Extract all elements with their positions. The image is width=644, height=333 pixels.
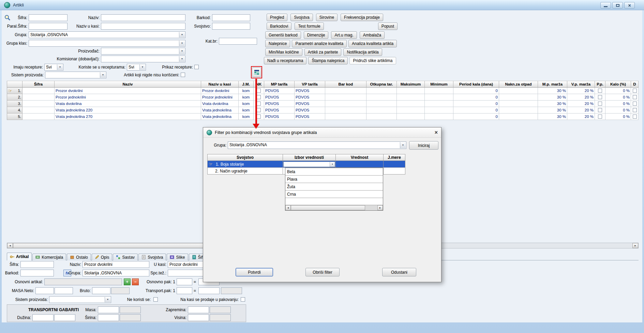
svojstva-button[interactable]: Svojstva xyxy=(290,14,313,21)
barkodovi-button[interactable]: Barkodovi xyxy=(267,22,291,30)
cell-naziv-u-kasi[interactable]: Vrata dvokrilna xyxy=(201,101,239,107)
cell-empty[interactable] xyxy=(425,88,453,94)
dropdown-option[interactable]: Crna xyxy=(285,191,383,198)
cell-sifra[interactable] xyxy=(23,107,55,113)
header-nakn-za-otpad[interactable]: Nakn.za otpad xyxy=(499,81,538,88)
svojstvo-input[interactable] xyxy=(212,23,250,30)
header-sifra[interactable]: Šifra xyxy=(23,81,55,88)
cell-d[interactable] xyxy=(631,107,639,113)
cell-vp-tarifa[interactable]: PDVOS xyxy=(295,88,325,94)
cell-empty[interactable] xyxy=(499,107,538,113)
iniciraj-button[interactable]: Iniciraj xyxy=(409,141,438,150)
duzina-input-1[interactable] xyxy=(32,314,54,321)
duzina-input-2[interactable] xyxy=(54,314,75,321)
dialog-grupa-select[interactable]: Stolarija ,OSNOVNA ▼ xyxy=(228,141,406,149)
cell-kalo[interactable]: 0 % xyxy=(605,94,631,101)
transport-pak-result-input[interactable] xyxy=(198,287,220,294)
cell-empty[interactable] xyxy=(425,101,453,107)
dropdown-option[interactable]: Bela xyxy=(285,168,383,176)
cell-vp-tarifa[interactable]: PDVOS xyxy=(295,107,325,113)
visina-input[interactable] xyxy=(188,314,209,321)
header-minimum[interactable]: Minimum xyxy=(425,81,453,88)
chevron-down-icon[interactable]: ▼ xyxy=(100,72,106,78)
cell-mp-tarifa[interactable]: PDVOS xyxy=(264,94,295,101)
kat-br-input[interactable] xyxy=(219,38,257,45)
header-d[interactable]: D xyxy=(631,81,639,88)
tab-ostalo[interactable]: Ostalo xyxy=(67,254,91,260)
cell-empty[interactable] xyxy=(397,101,425,107)
cell-svojstvo[interactable]: 2. Način ugradnje xyxy=(207,168,283,175)
cell-naziv[interactable]: Vrata jednokrilna 220 xyxy=(55,107,201,113)
analiza-kvaliteta-artikla-button[interactable]: Analiza kvaliteta artikla xyxy=(348,40,397,47)
pp-checkbox[interactable] xyxy=(598,108,602,112)
chevron-down-icon[interactable]: ▼ xyxy=(57,64,63,70)
sistem-proizvoda-select[interactable]: ▼ xyxy=(45,72,106,78)
cell-naziv-u-kasi[interactable]: Prozor jednokrilni xyxy=(201,94,239,101)
cell-d[interactable] xyxy=(631,94,639,101)
odustani-button[interactable]: Odustani xyxy=(382,268,416,276)
cell-mp-tarifa[interactable]: PDVOS xyxy=(264,107,295,113)
cell-period[interactable]: 0 xyxy=(453,107,499,113)
pp-checkbox[interactable] xyxy=(598,95,602,99)
cell-kalo[interactable]: 0 % xyxy=(605,113,631,120)
scroll-right-icon[interactable]: ► xyxy=(632,243,638,248)
pp-checkbox[interactable] xyxy=(598,89,602,93)
cell-period[interactable]: 0 xyxy=(453,94,499,101)
cell-svojstvo[interactable]: ☞ 1. Boja stolarije xyxy=(207,161,283,168)
masa-neto-input-2[interactable] xyxy=(55,287,73,294)
barkod-input[interactable] xyxy=(212,14,250,21)
cell-naziv-u-kasi[interactable]: Vrata jednokrilna xyxy=(201,107,239,113)
cell-naziv[interactable]: Prozor dvokrilni xyxy=(55,88,201,94)
cell-empty[interactable] xyxy=(425,94,453,101)
row-header[interactable]: 4. xyxy=(7,107,23,113)
cell-mp-tarifa[interactable]: PDVOS xyxy=(264,113,295,120)
cell-jm[interactable]: kom xyxy=(239,113,254,120)
cell-empty[interactable] xyxy=(325,88,366,94)
chevron-down-icon[interactable]: ▼ xyxy=(179,48,185,54)
cell-empty[interactable] xyxy=(325,101,366,107)
cell-vp-tarifa[interactable]: PDVOS xyxy=(295,94,325,101)
dropdown-horizontal-scrollbar[interactable]: ◄ ► xyxy=(285,205,383,210)
cell-pp[interactable] xyxy=(595,101,605,107)
cell-d[interactable] xyxy=(631,101,639,107)
header-kalo[interactable]: Kalo (%) xyxy=(605,81,631,88)
cell-empty[interactable] xyxy=(397,94,425,101)
header-maksimum[interactable]: Maksimum xyxy=(397,81,425,88)
chevron-down-icon[interactable]: ▼ xyxy=(330,162,335,167)
cell-mp-marza[interactable]: 30 % xyxy=(538,107,567,113)
cell-kalo[interactable]: 0 % xyxy=(605,107,631,113)
header-period-kala[interactable]: Period kala (dana) xyxy=(453,81,499,88)
paral-sifra-input[interactable] xyxy=(29,23,68,30)
cell-period[interactable]: 0 xyxy=(453,101,499,107)
masa-input[interactable] xyxy=(98,306,119,313)
header-jm[interactable]: J.M. xyxy=(239,81,254,88)
transport-pak-input[interactable] xyxy=(177,287,192,294)
d-checkbox[interactable] xyxy=(633,115,637,119)
prikaz-recepture-checkbox[interactable] xyxy=(194,65,199,69)
cell-sifra[interactable] xyxy=(23,113,55,120)
cell-j-mere[interactable] xyxy=(384,168,405,175)
detail-barkod-input[interactable] xyxy=(20,270,54,276)
nk-checkbox[interactable] xyxy=(257,108,261,112)
ne-koristi-checkbox[interactable] xyxy=(153,297,158,302)
cell-empty[interactable] xyxy=(499,101,538,107)
header-j-mere[interactable]: J.mere xyxy=(384,154,405,161)
min-max-kolicine-button[interactable]: Min/Max količine xyxy=(265,48,302,56)
artikli-nigde-checkbox[interactable] xyxy=(181,73,185,77)
header-vp-marza[interactable]: V.p. marža xyxy=(567,81,595,88)
cell-empty[interactable] xyxy=(499,88,538,94)
cell-naziv[interactable]: Vrata dvokrilna xyxy=(55,101,201,107)
chevron-down-icon[interactable]: ▼ xyxy=(179,32,185,37)
osnovni-artikal-input[interactable] xyxy=(44,278,122,285)
cell-empty[interactable] xyxy=(425,107,453,113)
izbor-vrednosti-combo[interactable]: ▼ xyxy=(283,162,335,167)
cell-mp-marza[interactable]: 30 % xyxy=(538,88,567,94)
test-formule-button[interactable]: Test formule xyxy=(295,22,324,30)
sirovine-button[interactable]: Sirovine xyxy=(316,14,338,21)
cell-empty[interactable] xyxy=(325,94,366,101)
add-osnovni-artikal-button[interactable]: + xyxy=(124,278,131,285)
cell-empty[interactable] xyxy=(366,113,397,120)
cell-naziv-u-kasi[interactable]: Vrata jednokrilna xyxy=(201,113,239,120)
notifikacija-artikla-button[interactable]: Notifikacija artikla xyxy=(343,48,382,56)
row-header[interactable]: 2. xyxy=(7,94,23,101)
